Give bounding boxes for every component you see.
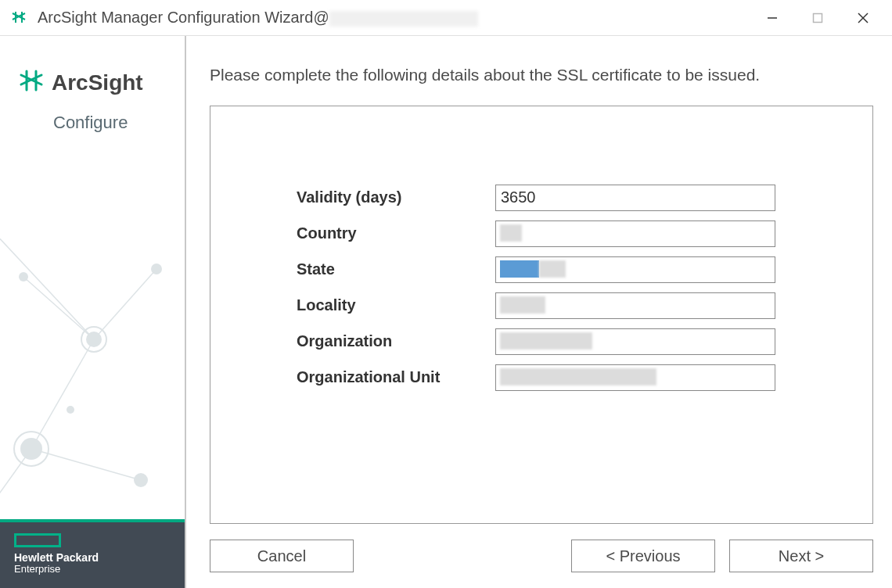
row-locality: Locality bbox=[210, 292, 872, 319]
minimize-button[interactable] bbox=[761, 6, 784, 30]
label-organizational-unit: Organizational Unit bbox=[297, 368, 495, 386]
hpe-logo-icon bbox=[14, 533, 61, 547]
label-validity: Validity (days) bbox=[297, 188, 495, 206]
input-country[interactable] bbox=[495, 220, 775, 247]
arcsight-logo-icon bbox=[17, 67, 45, 99]
svg-point-11 bbox=[20, 438, 42, 460]
svg-line-5 bbox=[31, 339, 94, 449]
maximize-button[interactable] bbox=[806, 6, 829, 30]
instruction-text: Please complete the following details ab… bbox=[210, 63, 873, 88]
redacted-value bbox=[500, 332, 592, 350]
label-state: State bbox=[297, 260, 495, 278]
svg-point-14 bbox=[19, 272, 28, 281]
form-panel: Validity (days) Country State L bbox=[210, 106, 873, 524]
label-organization: Organization bbox=[297, 332, 495, 350]
row-organizational-unit: Organizational Unit bbox=[210, 364, 872, 391]
redacted-value bbox=[500, 296, 545, 314]
svg-line-9 bbox=[23, 277, 94, 339]
previous-button[interactable]: < Previous bbox=[571, 540, 715, 572]
redacted-value bbox=[539, 260, 566, 278]
svg-point-13 bbox=[151, 264, 162, 274]
redacted-hostname bbox=[329, 11, 478, 27]
svg-point-12 bbox=[134, 473, 148, 487]
svg-rect-1 bbox=[814, 13, 822, 22]
svg-point-15 bbox=[67, 406, 74, 414]
label-country: Country bbox=[297, 224, 495, 242]
cancel-button[interactable]: Cancel bbox=[210, 540, 354, 572]
footer-brand-line2: Enterprise bbox=[14, 564, 171, 575]
next-button[interactable]: Next > bbox=[729, 540, 873, 572]
close-button[interactable] bbox=[851, 6, 875, 30]
input-validity[interactable] bbox=[495, 185, 775, 211]
sidebar-subhead: Configure bbox=[53, 113, 169, 133]
sidebar: ArcSight Configure bbox=[0, 36, 186, 588]
svg-line-7 bbox=[94, 269, 156, 339]
svg-line-4 bbox=[0, 222, 94, 339]
row-organization: Organization bbox=[210, 328, 872, 355]
redacted-value bbox=[500, 368, 656, 385]
brand-name: ArcSight bbox=[52, 70, 143, 95]
window-title: ArcSight Manager Configuration Wizard@ bbox=[38, 9, 761, 27]
row-country: Country bbox=[210, 220, 872, 247]
label-locality: Locality bbox=[297, 296, 495, 314]
row-state: State bbox=[210, 256, 872, 283]
content-area: Please complete the following details ab… bbox=[186, 36, 892, 588]
sidebar-footer: Hewlett Packard Enterprise bbox=[0, 519, 185, 588]
row-validity: Validity (days) bbox=[210, 185, 872, 211]
titlebar: ArcSight Manager Configuration Wizard@ bbox=[0, 0, 892, 36]
arcsight-icon bbox=[9, 9, 28, 27]
button-row: Cancel < Previous Next > bbox=[210, 540, 873, 572]
redacted-value bbox=[500, 260, 539, 278]
svg-point-10 bbox=[86, 332, 102, 347]
sidebar-decoration bbox=[0, 141, 185, 519]
redacted-value bbox=[500, 224, 522, 242]
window-controls bbox=[761, 6, 886, 30]
footer-brand-line1: Hewlett Packard bbox=[14, 552, 171, 564]
